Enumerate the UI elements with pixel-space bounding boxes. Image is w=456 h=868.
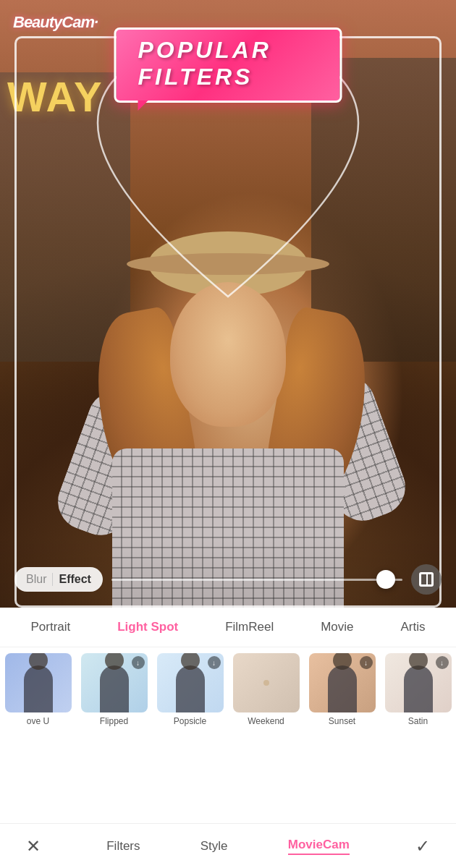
thumb-satin-img: ↓ <box>385 653 452 712</box>
blur-label[interactable]: Blur <box>26 573 46 586</box>
filter-thumbnails: ove U ↓ Flipped ↓ Popsicle Weekend ↓ Sun… <box>0 647 456 734</box>
nav-style[interactable]: Style <box>200 839 228 854</box>
download-badge: ↓ <box>208 656 221 669</box>
thumb-sunset[interactable]: ↓ Sunset <box>304 653 380 726</box>
app-logo-text: BeautyCam· <box>13 13 98 31</box>
confirm-button[interactable]: ✓ <box>410 833 436 859</box>
nav-filters[interactable]: Filters <box>106 839 140 854</box>
effect-bar: Blur Effect <box>14 564 442 595</box>
thumb-person-silhouette <box>100 665 129 712</box>
filter-tab-portrait[interactable]: Portrait <box>26 614 75 640</box>
bottom-nav: ✕ Filters Style MovieCam ✓ <box>0 823 456 868</box>
thumb-popsicle-label: Popsicle <box>174 716 206 726</box>
filter-tab-filmreel[interactable]: FilmReel <box>221 614 278 640</box>
filter-tabs: Portrait Light Spot FilmReel Movie Artis <box>0 608 456 647</box>
thumb-popsicle[interactable]: ↓ Popsicle <box>152 653 228 726</box>
thumb-person-silhouette <box>24 665 53 712</box>
close-icon: ✕ <box>26 836 41 856</box>
thumb-loveu[interactable]: ove U <box>0 653 76 726</box>
app-logo: BeautyCam· <box>13 13 98 32</box>
thumb-weekend[interactable]: Weekend <box>228 653 304 726</box>
thumb-satin[interactable]: ↓ Satin <box>380 653 456 726</box>
thumb-loveu-img <box>5 653 72 712</box>
thumb-satin-label: Satin <box>408 716 428 726</box>
popular-banner-text: POPULAR FILTERS <box>138 37 271 90</box>
thumb-flipped-img: ↓ <box>81 653 148 712</box>
thumb-person-silhouette <box>328 665 357 712</box>
close-button[interactable]: ✕ <box>20 833 46 859</box>
filter-tab-movie[interactable]: Movie <box>316 614 358 640</box>
thumb-sunset-img: ↓ <box>309 653 376 712</box>
thumb-loveu-label: ove U <box>27 716 49 726</box>
weekend-dot <box>263 680 269 686</box>
thumb-person-silhouette <box>176 665 205 712</box>
download-badge: ↓ <box>436 656 449 669</box>
filter-tab-lightspot[interactable]: Light Spot <box>113 614 182 640</box>
thumb-flipped-label: Flipped <box>100 716 128 726</box>
nav-moviecam[interactable]: MovieCam <box>288 838 350 855</box>
thumb-popsicle-img: ↓ <box>157 653 224 712</box>
download-badge: ↓ <box>132 656 145 669</box>
divider-line <box>52 573 53 586</box>
popular-filters-banner: POPULAR FILTERS <box>114 27 342 103</box>
compare-icon <box>419 572 434 587</box>
download-badge: ↓ <box>360 656 373 669</box>
effect-label[interactable]: Effect <box>59 573 90 586</box>
blur-effect-toggle[interactable]: Blur Effect <box>14 567 103 592</box>
thumb-weekend-img <box>233 653 300 712</box>
confirm-icon: ✓ <box>415 836 430 856</box>
slider-thumb[interactable] <box>376 570 395 589</box>
thumb-flipped[interactable]: ↓ Flipped <box>76 653 152 726</box>
thumb-person-silhouette <box>404 665 433 712</box>
effect-slider[interactable] <box>111 579 402 581</box>
thumb-weekend-label: Weekend <box>248 716 284 726</box>
filter-tab-artistic[interactable]: Artis <box>396 614 429 640</box>
compare-button[interactable] <box>411 564 442 595</box>
thumb-sunset-label: Sunset <box>329 716 355 726</box>
